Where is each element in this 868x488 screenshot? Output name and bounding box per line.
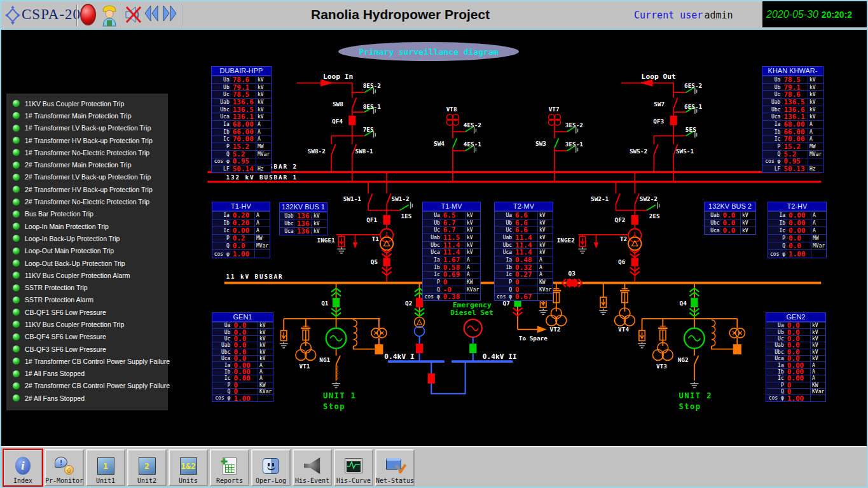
mute-icon[interactable] xyxy=(125,4,142,28)
alarm-led-icon xyxy=(13,272,20,279)
measurement-label: Q xyxy=(762,151,782,158)
alarm-item[interactable]: 1# Transformer CB Control Power Supply F… xyxy=(6,355,168,367)
alarm-item[interactable]: Loop-Out Back-Up Protection Trip xyxy=(6,257,168,269)
lv-tie-breaker[interactable] xyxy=(428,373,435,384)
switch-sw2-2[interactable] xyxy=(635,193,639,204)
alarm-item[interactable]: 11KV Bus Coupler Protection Trip xyxy=(6,97,168,109)
measurement-unit: kV xyxy=(808,91,823,98)
label-q1: Q1 xyxy=(321,300,329,307)
diesel-breaker[interactable] xyxy=(469,344,476,353)
breaker-qf2[interactable] xyxy=(631,215,638,225)
transformer-t1-icon[interactable] xyxy=(380,229,394,251)
label-sw1-2: SW1-2 xyxy=(392,195,410,202)
diesel-generator-icon[interactable] xyxy=(464,319,482,337)
transformer-t2-icon[interactable] xyxy=(628,229,642,251)
alarm-item[interactable]: Loop-In Back-Up Protection Trip xyxy=(6,232,168,244)
alarm-item-label: 1# Transformer No-Electric Protection Tr… xyxy=(25,149,149,157)
breaker-q1[interactable] xyxy=(333,298,340,307)
switch-sw7[interactable] xyxy=(673,98,678,109)
switch-sw3[interactable] xyxy=(555,138,559,148)
alarm-item[interactable]: CB-QF3 SF6 Low Pressure xyxy=(6,343,168,355)
prev-page-icon[interactable] xyxy=(144,4,160,25)
measurement-value: 0.00 xyxy=(785,369,810,375)
alarm-item-label: CB-QF1 SF6 Low Pressure xyxy=(25,309,106,316)
alarm-item[interactable]: 1# All Fans Stopped xyxy=(6,368,168,380)
generator-gen1-icon[interactable] xyxy=(326,328,347,349)
measurement-label: Uca xyxy=(495,249,513,256)
voltage-transformer-vt7-icon xyxy=(548,115,560,125)
toolbar-button-his-event[interactable]: His-Event xyxy=(293,449,332,486)
breaker-qf3[interactable] xyxy=(670,116,677,125)
measurement-unit: kV xyxy=(810,356,825,361)
breaker-qf4[interactable] xyxy=(348,116,355,125)
alarm-item[interactable]: CB-QF4 SF6 Low Pressure xyxy=(6,331,168,343)
switch-sw2-1[interactable] xyxy=(616,193,620,204)
panel-row: Ic70.00A xyxy=(762,136,823,143)
toolbar-button-index[interactable]: i Index xyxy=(3,449,43,486)
alarm-item-label: 2# Transformer Main Protection Trip xyxy=(25,161,131,169)
operator-icon[interactable] xyxy=(101,4,118,29)
toolbar-button-net-status[interactable]: Net-Status xyxy=(375,449,415,486)
panel-row: Ic70.00A xyxy=(212,136,271,143)
measurement-unit: kV xyxy=(312,228,327,235)
earth-switch-1es[interactable] xyxy=(400,202,413,210)
measurement-value: 0.0 xyxy=(721,227,740,234)
alarm-item[interactable]: 2# Transformer LV Back-up Protection Tri… xyxy=(6,171,168,183)
measurement-label: cos φ xyxy=(423,294,441,301)
alarm-item[interactable]: 1# Transformer HV Back-up Protection Tri… xyxy=(6,134,168,146)
lv-breaker-1[interactable] xyxy=(416,344,423,353)
alarm-item[interactable]: 2# Transformer Main Protection Trip xyxy=(6,158,168,171)
breaker-q6[interactable] xyxy=(631,258,638,266)
alarm-item[interactable]: 2# All Fans Stopped xyxy=(6,392,168,404)
measurement-label: Ua xyxy=(423,212,441,219)
toolbar-button-unit2[interactable]: 2 Unit2 xyxy=(127,449,167,486)
breaker-qf1[interactable] xyxy=(383,215,390,225)
alarm-item[interactable]: Loop-In Main Protection Trip xyxy=(6,220,168,232)
toolbar-button-pr-monitor[interactable]: !☺ Pr-Monitor xyxy=(45,449,84,486)
toolbar-button-his-curve[interactable]: His-Curve xyxy=(334,449,373,486)
switch-sw8-2[interactable] xyxy=(331,144,336,155)
panel-row: Uca0.0kV xyxy=(705,227,755,234)
measurement-unit: kV xyxy=(740,220,755,227)
alarm-item[interactable]: CB-QF1 SF6 Low Pressure xyxy=(6,306,168,318)
measurement-value: 50.13 xyxy=(782,165,808,172)
panel-row: Ua6.6kV xyxy=(495,211,553,219)
next-page-icon[interactable] xyxy=(162,4,177,25)
alarm-item[interactable]: 1# Transformer No-Electric Protection Tr… xyxy=(6,146,168,158)
toolbar-button-units[interactable]: 1&2 Units xyxy=(169,449,208,486)
alarm-item-label: 2# Transformer LV Back-up Protection Tri… xyxy=(25,173,151,181)
alarm-item[interactable]: Loop-Out Main Protection Trip xyxy=(6,245,168,257)
measurement-value: 0.95 xyxy=(231,158,256,165)
alarm-item[interactable]: 1# Transformer LV Back-up Protection Tri… xyxy=(6,122,168,134)
ground-icon xyxy=(638,342,646,347)
breaker-q5[interactable] xyxy=(383,258,390,266)
surge-arrester-icon xyxy=(338,237,344,247)
alarm-item[interactable]: 1# Transformer Main Protection Trip xyxy=(6,109,168,122)
breaker-q4[interactable] xyxy=(691,298,698,307)
alarm-item[interactable]: 11KV Bus Coupler Protection Alarm xyxy=(6,269,168,281)
alarm-lamp-icon[interactable] xyxy=(80,4,96,25)
toolbar-button-oper-log[interactable]: Oper-Log xyxy=(251,449,291,486)
alarm-item[interactable]: 2# Transformer No-Electric Protection Tr… xyxy=(6,195,168,207)
measurement-value: 11.5 xyxy=(441,234,465,241)
alarm-item[interactable]: SSTR Protection Alarm xyxy=(6,294,168,306)
alarm-item[interactable]: 11KV Bus Coupler Protection Trip xyxy=(6,318,168,330)
toolbar-button-unit1[interactable]: 1 Unit1 xyxy=(86,449,125,486)
panel-row: Q0.0MVar xyxy=(212,242,270,249)
earth-switch-2es[interactable] xyxy=(647,202,659,210)
switch-sw1-2[interactable] xyxy=(387,193,391,204)
panel-row: Ic0.00A xyxy=(212,375,273,381)
measurement-label: Q xyxy=(768,242,787,249)
alarm-item[interactable]: SSTR Protection Trip xyxy=(6,281,168,293)
toolbar-button-reports[interactable]: ✚ Reports xyxy=(210,449,249,486)
switch-sw1-1[interactable] xyxy=(368,193,373,204)
alarm-item[interactable]: 2# Transformer HV Back-up Protection Tri… xyxy=(6,183,168,195)
switch-sw5-2[interactable] xyxy=(654,144,658,155)
alarm-item[interactable]: 2# Transformer CB Control Power Supply F… xyxy=(6,380,168,392)
generator-gen2-icon[interactable] xyxy=(684,328,705,349)
measurement-unit: MVar xyxy=(256,151,271,158)
switch-sw8[interactable] xyxy=(352,98,357,109)
alarm-item[interactable]: Bus Bar Protection Trip xyxy=(6,208,168,220)
switch-sw4[interactable] xyxy=(453,138,457,148)
measurement-label: Ic xyxy=(766,375,785,381)
